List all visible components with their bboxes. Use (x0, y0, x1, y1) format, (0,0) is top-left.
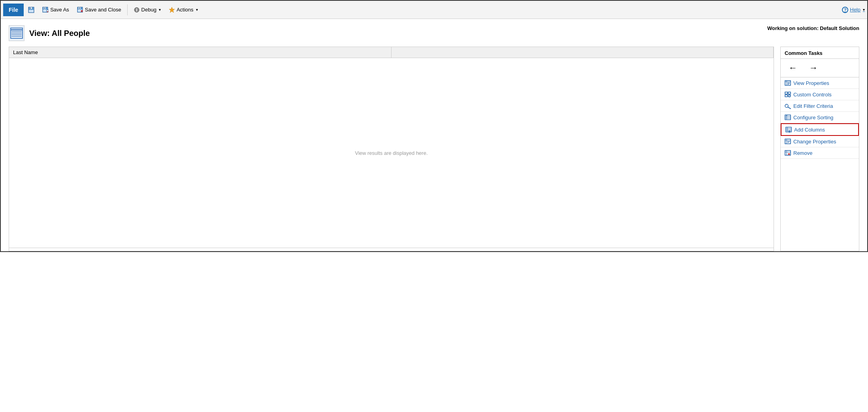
actions-button[interactable]: Actions ▾ (165, 4, 201, 16)
col-header-empty (392, 47, 774, 58)
svg-rect-31 (787, 84, 789, 85)
svg-rect-53 (787, 141, 790, 142)
view-icon (10, 28, 23, 39)
svg-rect-32 (785, 92, 787, 94)
page-icon (9, 25, 24, 41)
task-remove[interactable]: Remove (781, 147, 859, 159)
task-add-columns[interactable]: Add Columns (781, 123, 859, 136)
toolbar: File x Save As Save and (1, 1, 867, 19)
save-icon (28, 7, 34, 13)
help-button[interactable]: ? Help ▾ (842, 7, 865, 13)
task-configure-sorting[interactable]: Configure Sorting (781, 112, 859, 123)
svg-rect-33 (788, 92, 791, 94)
svg-marker-19 (169, 7, 175, 13)
task-view-properties[interactable]: View Properties (781, 77, 859, 89)
svg-rect-34 (785, 95, 787, 97)
task-configure-sorting-label: Configure Sorting (793, 115, 833, 120)
help-dropdown-arrow: ▾ (863, 8, 865, 12)
debug-icon (134, 7, 140, 13)
task-filter-criteria[interactable]: Edit Filter Criteria (781, 100, 859, 112)
svg-rect-21 (11, 29, 22, 30)
main-content: View: All People Working on solution: De… (1, 19, 867, 251)
task-custom-controls-label: Custom Controls (793, 92, 832, 98)
debug-dropdown-arrow: ▾ (159, 8, 161, 12)
view-header: Last Name (9, 47, 774, 58)
debug-label: Debug (141, 7, 156, 13)
nav-forward-button[interactable]: → (809, 63, 818, 73)
content-area: Last Name View results are displayed her… (9, 47, 859, 251)
remove-icon (785, 150, 791, 156)
view-area: Last Name View results are displayed her… (9, 47, 774, 251)
task-add-columns-label: Add Columns (794, 127, 825, 133)
svg-line-38 (788, 107, 791, 109)
custom-controls-icon (785, 91, 791, 98)
actions-dropdown-arrow: ▾ (196, 8, 198, 12)
task-remove-label: Remove (793, 150, 812, 156)
common-tasks-panel: Common Tasks ← → View Proper (780, 47, 859, 251)
view-empty-message: View results are displayed here. (355, 150, 427, 156)
save-close-button[interactable]: Save and Close (73, 4, 125, 16)
add-columns-icon (785, 126, 792, 133)
save-as-icon: x (42, 7, 49, 13)
actions-label: Actions (177, 7, 194, 13)
view-footer (9, 248, 774, 251)
debug-button[interactable]: Debug ▾ (130, 4, 164, 16)
nav-arrows-row: ← → (781, 59, 859, 77)
svg-rect-3 (30, 8, 31, 9)
svg-rect-13 (79, 8, 80, 9)
task-custom-controls[interactable]: Custom Controls (781, 89, 859, 100)
solution-text: Working on solution: Default Solution (767, 25, 859, 31)
filter-icon (785, 103, 791, 109)
save-close-label: Save and Close (85, 7, 121, 13)
svg-point-17 (136, 8, 137, 9)
page-title-area: View: All People (9, 25, 90, 41)
separator-1 (127, 4, 128, 15)
svg-rect-18 (136, 10, 137, 11)
view-body: View results are displayed here. (9, 58, 774, 248)
save-as-label: Save As (50, 7, 69, 13)
svg-rect-2 (29, 10, 34, 12)
svg-rect-24 (11, 34, 22, 35)
svg-line-36 (789, 95, 790, 97)
help-icon: ? (842, 7, 848, 13)
svg-rect-54 (787, 142, 789, 143)
change-properties-icon (785, 138, 791, 145)
col-header-lastname: Last Name (9, 47, 392, 58)
view-properties-icon (785, 80, 791, 86)
page-header: View: All People Working on solution: De… (9, 25, 859, 41)
actions-icon (169, 7, 175, 13)
file-button[interactable]: File (3, 4, 24, 16)
save-button[interactable] (24, 4, 38, 16)
svg-rect-7 (44, 8, 45, 9)
svg-rect-39 (785, 115, 791, 120)
svg-rect-29 (787, 83, 790, 83)
save-close-icon (77, 7, 83, 13)
sort-icon (785, 114, 791, 120)
task-change-properties[interactable]: Change Properties (781, 136, 859, 147)
common-tasks-title: Common Tasks (781, 47, 859, 59)
task-change-properties-label: Change Properties (793, 139, 836, 145)
page-title: View: All People (29, 29, 90, 38)
help-label: Help (850, 7, 860, 13)
svg-rect-22 (11, 31, 22, 32)
task-filter-criteria-label: Edit Filter Criteria (793, 103, 833, 109)
save-as-button[interactable]: x Save As (39, 4, 73, 16)
task-view-properties-label: View Properties (793, 80, 829, 86)
nav-back-button[interactable]: ← (789, 63, 797, 73)
svg-rect-30 (787, 83, 790, 84)
svg-rect-44 (786, 127, 791, 132)
svg-rect-25 (11, 36, 22, 37)
svg-rect-23 (11, 33, 22, 34)
